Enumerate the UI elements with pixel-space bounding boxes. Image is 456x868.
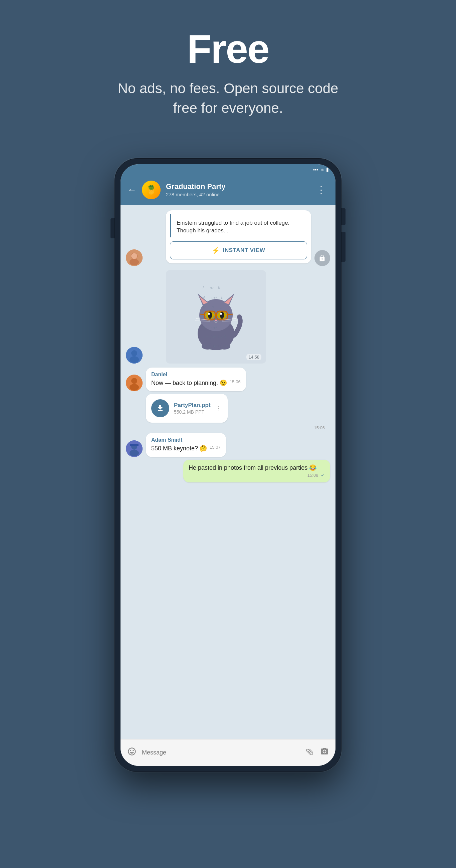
- back-button[interactable]: ←: [127, 185, 136, 195]
- share-button[interactable]: [314, 250, 330, 266]
- self-message-text: He pasted in photos from all previous pa…: [189, 464, 325, 472]
- message-input-bar: [121, 739, 335, 766]
- daniel-bubble: Daniel Now — back to planning. 😉 15:06: [146, 368, 246, 391]
- file-time: 15:06: [126, 425, 330, 430]
- file-bubble: PartyPlan.ppt 550.2 MB PPT ⋮: [146, 394, 228, 423]
- adam-message-row: Adam Smidt 550 MB keynote? 🤔 15:07: [126, 433, 330, 457]
- file-name: PartyPlan.ppt: [174, 402, 211, 409]
- sender-avatar-woman: [126, 249, 143, 266]
- message-input-field[interactable]: [142, 749, 301, 756]
- article-text-area: Einstein struggled to find a job out of …: [170, 214, 307, 238]
- instant-view-label: INSTANT VIEW: [223, 247, 265, 254]
- volume-button: [111, 218, 115, 238]
- self-time-value: 15:08: [307, 473, 318, 478]
- adam-message-time: 15:07: [210, 444, 221, 451]
- adam-text-content: 550 MB keynote? 🤔: [151, 445, 207, 452]
- article-preview-text: Einstein struggled to find a job out of …: [177, 219, 302, 235]
- self-message-time: 15:08 ✓: [307, 472, 325, 479]
- volume-buttons: [341, 232, 345, 262]
- file-message-row: PartyPlan.ppt 550.2 MB PPT ⋮: [126, 394, 330, 423]
- file-download-button[interactable]: [151, 399, 169, 417]
- power-button: [341, 208, 345, 225]
- hero-section: Free No ads, no fees. Open source code f…: [0, 0, 456, 138]
- signal-icon: ▪▪▪: [313, 167, 318, 172]
- group-members: 278 members, 42 online: [166, 192, 308, 197]
- daniel-message-text: Now — back to planning. 😉 15:06: [151, 379, 241, 387]
- math-formulas-bg: l = πr θ A = πr² h V = l³ s P = 2πr A = …: [166, 270, 266, 364]
- instant-view-button[interactable]: ⚡ INSTANT VIEW: [170, 241, 307, 259]
- file-menu-button[interactable]: ⋮: [215, 404, 222, 412]
- svg-point-6: [129, 356, 139, 363]
- daniel-message-time: 15:06: [230, 379, 241, 385]
- read-receipt-icon: ✓: [321, 472, 325, 478]
- phone-screen: ▪▪▪ ⌾ ▮ ← 🍍 Graduation Party 278 members…: [121, 164, 335, 766]
- daniel-text-content: Now — back to planning. 😉: [151, 380, 227, 386]
- status-icons: ▪▪▪ ⌾ ▮: [313, 167, 329, 172]
- wifi-icon: ⌾: [321, 167, 324, 172]
- sticker-area: l = πr θ A = πr² h V = l³ s P = 2πr A = …: [166, 270, 266, 364]
- article-bubble: Einstein struggled to find a job out of …: [166, 210, 311, 264]
- hero-subtitle: No ads, no fees. Open source code free f…: [111, 79, 345, 118]
- svg-point-32: [131, 378, 137, 384]
- article-message: Einstein struggled to find a job out of …: [126, 210, 330, 267]
- file-size: 550.2 MB PPT: [174, 409, 211, 415]
- file-info: PartyPlan.ppt 550.2 MB PPT: [174, 402, 211, 415]
- hero-title: Free: [187, 27, 269, 71]
- sender-avatar-man1: [126, 347, 143, 364]
- adam-sender-name: Adam Smidt: [151, 437, 221, 443]
- adam-text-bubble: Adam Smidt 550 MB keynote? 🤔 15:07: [146, 433, 226, 457]
- group-avatar-emoji: 🍍: [146, 185, 157, 195]
- group-avatar: 🍍: [142, 181, 160, 199]
- bolt-icon: ⚡: [212, 246, 220, 254]
- camera-button[interactable]: [320, 747, 329, 758]
- attachment-button[interactable]: [303, 745, 317, 760]
- phone-mockup: ▪▪▪ ⌾ ▮ ← 🍍 Graduation Party 278 members…: [115, 158, 341, 772]
- chat-body: Einstein struggled to find a job out of …: [121, 205, 335, 739]
- daniel-sender-name: Daniel: [151, 372, 241, 378]
- svg-point-2: [129, 259, 139, 266]
- self-message-row: He pasted in photos from all previous pa…: [126, 460, 330, 483]
- svg-rect-37: [130, 444, 139, 446]
- emoji-button[interactable]: [127, 747, 136, 758]
- daniel-text-bubble: Daniel Now — back to planning. 😉 15:06: [146, 368, 246, 391]
- sticker-background: l = πr θ A = πr² h V = l³ s P = 2πr A = …: [166, 270, 266, 364]
- group-info: Graduation Party 278 members, 42 online: [166, 182, 308, 197]
- svg-point-5: [131, 350, 137, 356]
- chat-header: ← 🍍 Graduation Party 278 members, 42 onl…: [121, 175, 335, 205]
- self-text-content: He pasted in photos from all previous pa…: [189, 464, 316, 471]
- battery-icon: ▮: [326, 167, 329, 172]
- adam-message-text: 550 MB keynote? 🤔 15:07: [151, 444, 221, 453]
- daniel-message-row: Daniel Now — back to planning. 😉 15:06: [126, 368, 330, 391]
- header-menu-button[interactable]: ⋮: [314, 183, 329, 197]
- svg-point-36: [129, 450, 139, 456]
- phone-outer-shell: ▪▪▪ ⌾ ▮ ← 🍍 Graduation Party 278 members…: [115, 158, 341, 772]
- sticker-message-row: l = πr θ A = πr² h V = l³ s P = 2πr A = …: [126, 270, 330, 364]
- svg-point-33: [129, 384, 139, 391]
- group-name: Graduation Party: [166, 182, 308, 191]
- adam-avatar: [126, 440, 143, 457]
- article-bubble-container: Einstein struggled to find a job out of …: [146, 210, 311, 267]
- daniel-avatar: [126, 375, 143, 391]
- status-bar: ▪▪▪ ⌾ ▮: [121, 164, 335, 175]
- self-text-bubble: He pasted in photos from all previous pa…: [183, 460, 330, 483]
- svg-point-3: [131, 253, 137, 259]
- sticker-time: 14:58: [246, 354, 262, 360]
